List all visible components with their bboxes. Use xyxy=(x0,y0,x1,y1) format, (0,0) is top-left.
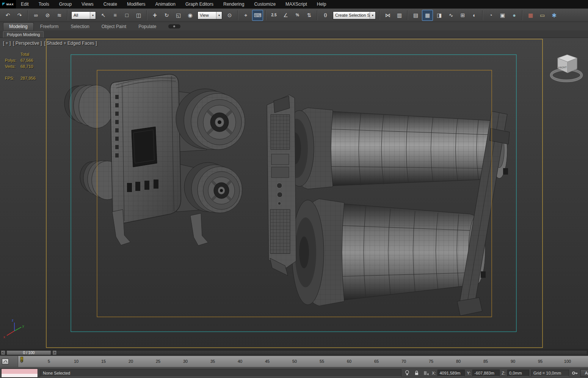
ribbon-minimize-toggle[interactable] xyxy=(168,24,180,28)
render-setup-button[interactable]: ◔ xyxy=(485,10,496,21)
menu-edit[interactable]: Edit xyxy=(16,0,34,8)
viewport-pov-menu[interactable]: [ Perspective ] xyxy=(13,41,42,46)
frame-tick-label: 90 xyxy=(511,359,515,364)
application-menu-button[interactable]: MAX xyxy=(0,0,16,8)
frame-tick-label: 20 xyxy=(129,359,133,364)
ribbon-tab-bar: ModelingFreeformSelectionObject PaintPop… xyxy=(0,22,588,30)
frame-tick-label: 55 xyxy=(320,359,324,364)
menu-customize[interactable]: Customize xyxy=(249,0,281,8)
absolute-offset-mode-toggle[interactable] xyxy=(422,369,430,377)
viewport-canvas[interactable]: FRONT x y z xyxy=(0,38,588,349)
select-and-manipulate-button[interactable]: ⌖ xyxy=(240,10,251,21)
previous-frame-button[interactable]: < xyxy=(1,350,5,355)
menu-create[interactable]: Create xyxy=(99,0,122,8)
y-coordinate-field[interactable]: -607,883m xyxy=(472,370,500,376)
undo-button[interactable]: ↶ xyxy=(2,10,13,21)
tab-polygon-modeling[interactable]: Polygon Modeling xyxy=(3,31,44,38)
layers-icon: ▤ xyxy=(413,13,418,18)
rectangular-selection-region-button[interactable]: □ xyxy=(121,10,132,21)
use-pivot-point-center-button[interactable]: ⊙ xyxy=(224,10,235,21)
ribbon-icon: ▦ xyxy=(425,13,430,18)
select-by-name-button[interactable]: ≡ xyxy=(110,10,121,21)
chevron-down-icon[interactable]: ▾ xyxy=(216,12,222,19)
tab-selection[interactable]: Selection xyxy=(65,23,95,30)
select-object-button[interactable]: ↖ xyxy=(98,10,109,21)
time-slider-track[interactable] xyxy=(1,350,587,355)
chevron-down-icon[interactable]: ▾ xyxy=(370,12,375,19)
rendered-frame-icon: ▣ xyxy=(500,13,505,18)
reference-coordinate-system-dropdown[interactable]: View▾ xyxy=(198,11,222,19)
selection-filter-dropdown[interactable]: All▾ xyxy=(71,11,96,19)
ribbon-toggle-button[interactable]: ▦ xyxy=(422,10,433,21)
maxscript-mini-listener[interactable] xyxy=(1,369,38,378)
tab-object-paint[interactable]: Object Paint xyxy=(96,23,132,30)
menu-modifiers[interactable]: Modifiers xyxy=(122,0,151,8)
frame-tick-label: 100 xyxy=(564,359,571,364)
tab-modeling[interactable]: Modeling xyxy=(3,22,34,30)
percent-snap-icon: % xyxy=(296,13,299,17)
macro-recorder-pane[interactable] xyxy=(2,369,38,374)
time-slider-handle[interactable]: 0 / 100 xyxy=(6,350,51,355)
spinner-snap-toggle[interactable]: ⇅ xyxy=(304,10,315,21)
viewport-statistics: Total Polys:67,566 Verts:68,710 FPS:287,… xyxy=(5,51,36,81)
right-model-bracket xyxy=(267,95,296,276)
menu-help[interactable]: Help xyxy=(312,0,331,8)
auto-key-button[interactable]: Auto xyxy=(580,369,588,377)
layer-manager-button[interactable]: ▤ xyxy=(410,10,421,21)
select-and-place-button[interactable]: ◉ xyxy=(185,10,196,21)
menu-rendering[interactable]: Rendering xyxy=(218,0,249,8)
track-bar[interactable]: 0510152025303540455055606570758085909510… xyxy=(0,356,588,367)
curve-editor-button[interactable]: ∿ xyxy=(445,10,456,21)
schematic-view-button[interactable]: ⊞ xyxy=(457,10,468,21)
time-slider[interactable]: < 0 / 100 > xyxy=(0,349,588,356)
viewport[interactable]: FRONT x y z [ + ] [ Perspective ] [ Shad… xyxy=(0,38,588,349)
angle-snap-toggle[interactable]: ∠ xyxy=(280,10,291,21)
menu-maxscript[interactable]: MAXScript xyxy=(281,0,312,8)
measure-tool-button[interactable]: ▭ xyxy=(537,10,548,21)
set-key-button[interactable] xyxy=(571,369,579,377)
redo-button[interactable]: ↷ xyxy=(14,10,25,21)
ribbon-tabs: ModelingFreeformSelectionObject PaintPop… xyxy=(3,22,162,30)
unlink-selection-button[interactable]: ⊘ xyxy=(42,10,53,21)
toolbar-separator xyxy=(67,10,68,20)
material-editor-button[interactable]: ◐ xyxy=(469,10,480,21)
named-selection-sets-dropdown[interactable]: Create Selection Se▾ xyxy=(333,11,376,19)
listener-pane[interactable] xyxy=(2,374,38,377)
edit-named-selection-sets-button[interactable]: {} xyxy=(320,10,331,21)
isolate-selection-toggle[interactable] xyxy=(403,369,411,377)
axis-x-label: x xyxy=(3,335,5,339)
menu-group[interactable]: Group xyxy=(54,0,77,8)
bind-to-space-warp-button[interactable]: ≋ xyxy=(54,10,65,21)
select-and-scale-button[interactable]: ◱ xyxy=(173,10,184,21)
menu-views[interactable]: Views xyxy=(77,0,99,8)
menu-graph-editors[interactable]: Graph Editors xyxy=(180,0,218,8)
chevron-down-icon[interactable]: ▾ xyxy=(90,12,96,19)
scene-explorer-button[interactable]: ◨ xyxy=(434,10,445,21)
viewport-general-menu[interactable]: [ + ] xyxy=(3,41,11,46)
render-production-button[interactable]: ● xyxy=(509,10,520,21)
frame-tick-label: 65 xyxy=(374,359,379,364)
align-button[interactable]: ▥ xyxy=(394,10,405,21)
select-and-link-button[interactable]: ∞ xyxy=(30,10,41,21)
tab-populate[interactable]: Populate xyxy=(133,23,162,30)
percent-snap-toggle[interactable]: % xyxy=(292,10,303,21)
snaps-toggle[interactable]: 2.5 xyxy=(268,10,279,21)
render-in-cloud-button[interactable]: ▦ xyxy=(525,10,536,21)
select-and-move-button[interactable]: + xyxy=(149,10,160,21)
mirror-button[interactable]: ⋈ xyxy=(382,10,393,21)
menu-animation[interactable]: Animation xyxy=(151,0,180,8)
x-coordinate-field[interactable]: 4091,589m xyxy=(437,370,465,376)
window-crossing-toggle[interactable]: ◫ xyxy=(133,10,144,21)
open-mini-curve-editor-button[interactable] xyxy=(2,359,9,364)
z-coordinate-field[interactable]: 0,0mm xyxy=(507,370,529,376)
keyboard-shortcut-override-toggle[interactable]: ⌨ xyxy=(252,10,263,21)
viewport-shading-menu[interactable]: [ Shaded + Edged Faces ] xyxy=(44,41,97,46)
a360-render-button[interactable]: ∗ xyxy=(549,10,560,21)
selection-lock-toggle[interactable] xyxy=(413,369,420,377)
next-frame-button[interactable]: > xyxy=(52,350,57,355)
tab-freeform[interactable]: Freeform xyxy=(34,23,64,30)
scene-explorer-icon: ◨ xyxy=(437,13,442,18)
menu-tools[interactable]: Tools xyxy=(34,0,54,8)
rendered-frame-window-button[interactable]: ▣ xyxy=(497,10,508,21)
select-and-rotate-button[interactable]: ↻ xyxy=(161,10,172,21)
